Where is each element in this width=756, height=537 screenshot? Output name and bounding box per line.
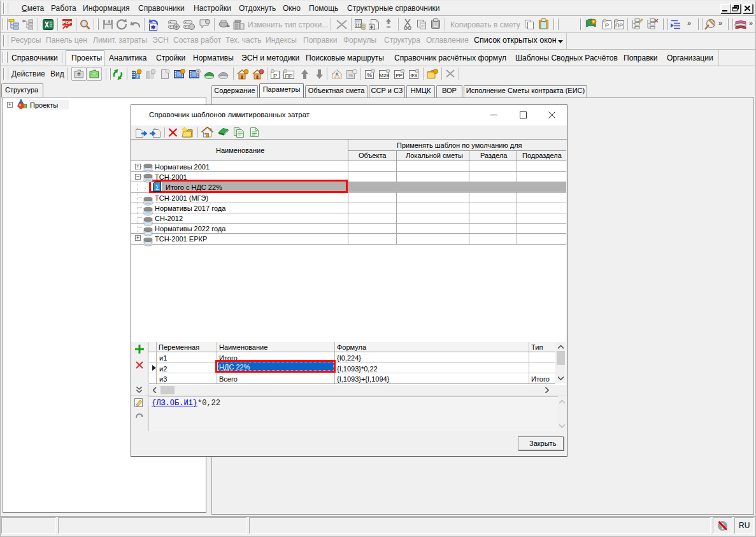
svg-text:Ф3: Ф3 [410,73,417,78]
svg-text:P: P [605,22,609,29]
svg-text:ПР: ПР [285,73,293,79]
svg-text:М29: М29 [379,73,389,78]
svg-text:P: P [273,73,277,79]
svg-text:ПР: ПР [615,22,623,29]
svg-text:%: % [348,73,353,78]
svg-text:РР: РР [396,73,403,78]
svg-text:Σ: Σ [155,184,159,191]
svg-text:✱: ✱ [151,24,156,31]
svg-text:%: % [367,72,372,78]
